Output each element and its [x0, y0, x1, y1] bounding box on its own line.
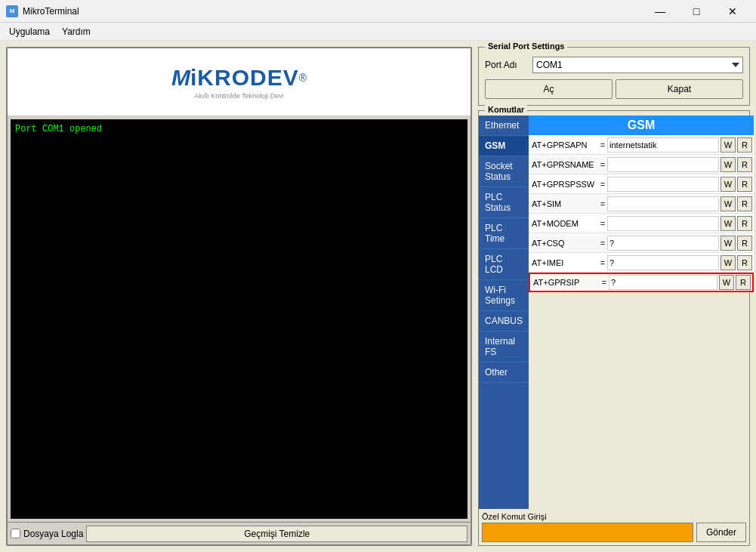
- cmd-input-gprsapn[interactable]: [607, 137, 719, 153]
- logo-subtitle: Akıllı Kontrolde Teknoloji Devi: [194, 92, 283, 100]
- cmd-r-gprspssw[interactable]: R: [737, 177, 752, 192]
- ozel-komut-input[interactable]: [482, 523, 693, 542]
- close-button[interactable]: ✕: [715, 0, 750, 23]
- sidebar-item-plc-status[interactable]: PLC Status: [479, 187, 529, 218]
- ozel-komut-row: Gönder: [482, 523, 746, 542]
- cmd-input-imei[interactable]: [607, 255, 719, 270]
- cmd-name-modem: AT+MODEM: [530, 219, 598, 228]
- cmd-r-modem[interactable]: R: [737, 216, 752, 231]
- port-select[interactable]: COM1 COM2 COM3 COM4: [532, 57, 743, 73]
- log-checkbox[interactable]: [11, 529, 20, 538]
- cmd-name-gprsname: AT+GPRSNAME: [530, 160, 598, 169]
- table-row: AT+IMEI = W R: [529, 253, 754, 273]
- cmd-w-gprspssw[interactable]: W: [721, 177, 736, 192]
- maximize-button[interactable]: □: [679, 0, 714, 23]
- cmd-w-gprsapn[interactable]: W: [721, 137, 736, 153]
- table-row: AT+GPRSAPN = W R: [529, 135, 754, 155]
- bottom-bar: Dosyaya Logla Geçmişi Temizle: [8, 522, 471, 544]
- cmd-name-csq: AT+CSQ: [530, 239, 598, 248]
- terminal-message: Port COM1 opened: [15, 124, 102, 134]
- minimize-button[interactable]: —: [643, 0, 677, 23]
- cmd-w-gprsip[interactable]: W: [719, 275, 734, 290]
- cmd-input-gprsname[interactable]: [607, 157, 719, 172]
- main-content: M iKRODEV ® Akıllı Kontrolde Teknoloji D…: [0, 41, 756, 552]
- logo-m: M: [171, 65, 190, 91]
- cmd-name-gprspssw: AT+GPRSPSSW: [530, 180, 598, 189]
- table-row: AT+GPRSNAME = W R: [529, 155, 754, 174]
- sidebar-item-internal-fs[interactable]: Internal FS: [479, 332, 529, 362]
- gsm-header: GSM: [529, 116, 754, 135]
- window-title: MikroTerminal: [23, 6, 79, 17]
- left-nav: Ethernet GSM Socket Status PLC Status PL…: [479, 116, 529, 509]
- cmd-w-imei[interactable]: W: [721, 255, 736, 270]
- logo-container: M iKRODEV ®: [171, 65, 307, 91]
- cmd-r-imei[interactable]: R: [737, 255, 752, 270]
- cmd-r-gprsname[interactable]: R: [737, 157, 752, 172]
- logo-ikro: iKRODEV: [190, 65, 299, 91]
- gonder-button[interactable]: Gönder: [696, 523, 746, 542]
- title-bar-left: M MikroTerminal: [6, 5, 79, 17]
- table-row: AT+MODEM = W R: [529, 214, 754, 233]
- port-row: Port Adı COM1 COM2 COM3 COM4: [485, 57, 743, 73]
- sidebar-item-ethernet[interactable]: Ethernet: [479, 116, 529, 136]
- cmd-w-csq[interactable]: W: [721, 236, 736, 251]
- port-label: Port Adı: [485, 60, 526, 70]
- cmd-r-gprsapn[interactable]: R: [737, 137, 752, 153]
- cmd-name-gprsapn: AT+GPRSAPN: [530, 140, 598, 150]
- left-panel: M iKRODEV ® Akıllı Kontrolde Teknoloji D…: [6, 47, 472, 546]
- cmd-r-gprsip[interactable]: R: [736, 275, 751, 290]
- sidebar-item-other[interactable]: Other: [479, 362, 529, 383]
- cmd-input-csq[interactable]: [607, 236, 719, 251]
- command-table: AT+GPRSAPN = W R AT+GPRSNAME = W: [529, 135, 754, 509]
- cmd-input-gprsip[interactable]: [609, 275, 717, 290]
- table-row: AT+CSQ = W R: [529, 233, 754, 253]
- port-buttons: Aç Kapat: [485, 79, 743, 99]
- open-port-button[interactable]: Aç: [485, 79, 613, 99]
- terminal-area[interactable]: Port COM1 opened: [11, 119, 467, 519]
- cmd-name-imei: AT+IMEI: [530, 258, 598, 267]
- cmd-input-sim[interactable]: [607, 196, 719, 211]
- clear-history-button[interactable]: Geçmişi Temizle: [86, 526, 467, 542]
- table-row: AT+SIM = W R: [529, 194, 754, 214]
- cmd-w-gprsname[interactable]: W: [721, 157, 736, 172]
- cmd-w-sim[interactable]: W: [721, 196, 736, 211]
- cmd-r-csq[interactable]: R: [737, 236, 752, 251]
- ozel-komut-section: Özel Komut Girişi Gönder: [479, 509, 749, 545]
- app-icon: M: [6, 5, 18, 17]
- menu-uygulama[interactable]: Uygulama: [3, 25, 56, 39]
- sidebar-item-socket-status[interactable]: Socket Status: [479, 156, 529, 187]
- log-label: Dosyaya Logla: [23, 529, 83, 539]
- serial-port-group: Serial Port Settings Port Adı COM1 COM2 …: [478, 47, 750, 106]
- komutlar-inner: Ethernet GSM Socket Status PLC Status PL…: [479, 116, 749, 509]
- ozel-komut-label: Özel Komut Girişi: [482, 512, 746, 521]
- table-row-gprsip: AT+GPRSIP = W R: [529, 273, 754, 292]
- serial-port-title: Serial Port Settings: [485, 42, 567, 51]
- cmd-name-sim: AT+SIM: [530, 199, 598, 208]
- cmd-w-modem[interactable]: W: [721, 216, 736, 231]
- close-port-button[interactable]: Kapat: [616, 79, 743, 99]
- komutlar-title: Komutlar: [485, 105, 527, 114]
- cmd-input-modem[interactable]: [607, 216, 719, 231]
- logo-area: M iKRODEV ® Akıllı Kontrolde Teknoloji D…: [8, 48, 471, 116]
- sidebar-item-plc-time[interactable]: PLC Time: [479, 218, 529, 249]
- log-checkbox-label[interactable]: Dosyaya Logla: [11, 529, 83, 539]
- sidebar-item-plc-lcd[interactable]: PLC LCD: [479, 249, 529, 280]
- table-row: AT+GPRSPSSW = W R: [529, 174, 754, 194]
- cmd-input-gprspssw[interactable]: [607, 177, 719, 192]
- menu-yardim[interactable]: Yardım: [56, 25, 97, 39]
- sidebar-item-wifi-settings[interactable]: Wi-Fi Setings: [479, 280, 529, 311]
- cmd-name-gprsip: AT+GPRSIP: [532, 278, 600, 287]
- komutlar-group: Komutlar Ethernet GSM Socket Status PLC …: [478, 110, 750, 546]
- right-panel: Serial Port Settings Port Adı COM1 COM2 …: [478, 47, 750, 546]
- title-bar: M MikroTerminal — □ ✕: [0, 0, 756, 23]
- logo-trademark: ®: [299, 72, 307, 84]
- cmd-r-sim[interactable]: R: [737, 196, 752, 211]
- window-controls: — □ ✕: [643, 0, 750, 23]
- gsm-content: GSM AT+GPRSAPN = W R AT+GPRSNAME: [529, 116, 754, 509]
- sidebar-item-canbus[interactable]: CANBUS: [479, 311, 529, 332]
- sidebar-item-gsm[interactable]: GSM: [479, 136, 529, 156]
- menu-bar: Uygulama Yardım: [0, 23, 756, 41]
